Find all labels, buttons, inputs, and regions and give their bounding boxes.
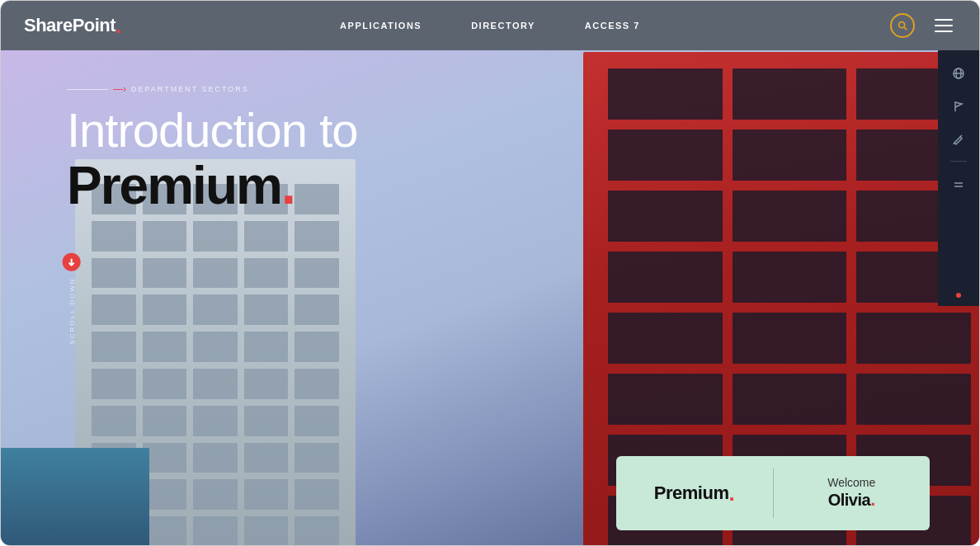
svg-line-7 [960,135,962,137]
window-cell-right [608,313,723,364]
window-cell [244,516,289,546]
window-cell [244,406,289,436]
welcome-user-name: Olivia. [828,489,875,511]
nav-link-access7[interactable]: ACCESS 7 [585,21,640,31]
breadcrumb-arrow-icon: —› [113,83,126,95]
navbar: SharePoint . APPLICATIONS DIRECTORY ACCE… [1,1,979,50]
edit-icon[interactable] [944,125,973,154]
window-cell [193,443,238,473]
hamburger-line-3 [935,31,953,32]
nav-link-applications[interactable]: APPLICATIONS [340,21,422,31]
window-cell-right [733,252,847,303]
hamburger-line-1 [935,19,953,21]
window-cell [143,221,187,252]
window-cell [294,332,339,362]
window-cell-right [733,191,847,242]
welcome-logo-dot: . [728,481,734,506]
hero-section: —› DEPARTMENT SECTORS Introduction to Pr… [1,50,979,546]
welcome-logo-text: Premium [654,482,729,504]
navbar-links: APPLICATIONS DIRECTORY ACCESS 7 [340,21,640,31]
window-cell-right [608,129,723,181]
logo-text: SharePoint [24,15,115,36]
window-cell-right [856,313,971,364]
svg-point-0 [899,22,905,28]
window-cell [143,332,187,362]
hero-heading: Introduction to Premium. [67,104,358,214]
window-cell [193,221,238,252]
flag-icon[interactable] [944,92,973,121]
minus-icon[interactable] [944,168,973,198]
search-button[interactable] [890,13,915,38]
window-cell [294,294,339,325]
breadcrumb-label: DEPARTMENT SECTORS [131,85,249,93]
hero-title-line2: Premium. [67,157,358,214]
logo-dot: . [115,13,121,39]
window-cell [143,294,187,325]
welcome-label: Welcome [827,476,875,489]
nav-link-directory[interactable]: DIRECTORY [471,21,535,31]
side-panel-divider [950,161,967,162]
window-cell [143,258,187,289]
window-cell [244,294,289,325]
window-cell [193,369,238,399]
window-cell-right [733,68,847,120]
window-cell [244,443,289,473]
window-cell [294,479,339,510]
window-cell [193,479,238,510]
hamburger-line-2 [935,25,953,26]
window-cell-right [608,374,723,425]
logo[interactable]: SharePoint . [24,13,121,39]
window-cell-right [856,374,971,425]
scroll-down-label: SCROLL DOWN [68,277,75,344]
side-panel-accent-dot [956,293,961,298]
window-cell [294,258,339,289]
hero-title-line1: Introduction to [67,104,358,157]
window-cell [193,332,238,362]
breadcrumb-line [67,89,108,90]
side-panel [938,50,979,306]
window-cell [143,406,187,436]
window-cell [244,332,289,362]
welcome-card-logo: Premium. [616,464,773,523]
window-cell [92,332,136,362]
scroll-down-indicator[interactable]: SCROLL DOWN [63,252,81,344]
window-cell [294,516,339,546]
window-cell [244,258,289,289]
welcome-card: Premium. Welcome Olivia. [616,456,930,530]
window-cell [193,516,238,546]
window-cell [294,443,339,473]
window-cell [193,294,238,325]
window-cell [92,369,136,399]
window-cell-right [608,191,723,242]
window-cell-right [608,68,723,120]
window-cell-right [733,129,847,181]
breadcrumb: —› DEPARTMENT SECTORS [67,83,249,95]
window-cell-right [733,374,847,425]
window-cell [244,479,289,510]
window-cell-right [733,313,847,364]
window-cell [193,406,238,436]
window-cell [244,369,289,399]
window-cell [92,406,136,436]
welcome-name-dot: . [870,489,875,510]
navbar-right [890,13,956,38]
svg-line-1 [904,27,907,30]
window-cell [294,221,339,252]
window-cell [92,294,136,325]
window-cell [244,221,289,252]
window-cell [92,258,136,289]
window-cell [193,258,238,289]
window-cell-right [608,252,723,303]
window-cell [92,221,136,252]
building-bottom-left [1,448,149,546]
hero-title-dot: . [281,156,294,215]
window-cell [294,406,339,436]
window-cell [294,369,339,399]
welcome-greeting: Welcome Olivia. [774,459,931,527]
globe-icon[interactable] [944,59,973,88]
hamburger-button[interactable] [931,16,956,35]
scroll-down-circle [63,252,81,271]
svg-line-8 [954,143,954,144]
window-cell [143,369,187,399]
